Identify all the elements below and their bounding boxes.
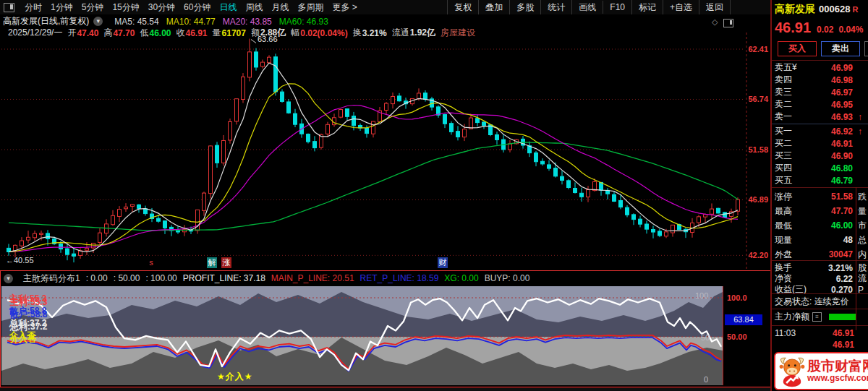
tab-30分钟[interactable]: 30分钟	[144, 1, 179, 14]
quote-level-row: 卖五¥46.99	[772, 61, 868, 74]
main-net-flow-row: 主力净额 ≡	[775, 311, 856, 323]
quote-level-row: 卖四46.98	[772, 74, 868, 86]
chevron-down-icon[interactable]: ▾	[4, 274, 13, 283]
action-F10[interactable]: F10	[603, 1, 631, 14]
candle-body	[59, 244, 63, 249]
period-menubar: 分时1分钟5分钟15分钟30分钟60分钟日线周线月线多周期更多 > 复权叠加多股…	[0, 0, 771, 15]
ma5-line	[9, 63, 738, 252]
event-marker-解[interactable]: 解	[207, 257, 217, 268]
peak-price-annotation: 63.66	[258, 35, 278, 43]
candle-body	[307, 134, 310, 142]
candle-body	[326, 124, 330, 134]
candle-body	[281, 92, 284, 101]
indicator-axis-100: 100.0	[727, 293, 747, 302]
stat-row: 涨停51.58跌	[772, 189, 868, 204]
tab-更多 >[interactable]: 更多 >	[328, 1, 361, 14]
candle-body	[632, 215, 636, 220]
chevron-down-icon[interactable]: ▾	[93, 17, 103, 26]
event-marker-财[interactable]: 财	[438, 257, 448, 268]
indicator-pane[interactable]: ▾ 主散筹码分布1: 0.00: 50.00: 100.00PROFIT_LIN…	[0, 270, 771, 387]
tab-月线[interactable]: 月线	[267, 1, 293, 14]
level-label: 买四	[775, 162, 792, 174]
candle-body	[203, 193, 206, 210]
price-block: 46.91 0.02 0.04%	[775, 20, 863, 36]
candle-body	[476, 119, 480, 123]
level-label: 卖五¥	[775, 61, 797, 74]
candle-body	[216, 145, 219, 163]
tab-15分钟[interactable]: 15分钟	[108, 1, 143, 14]
event-marker-s[interactable]: s	[146, 257, 156, 268]
candle-body	[352, 116, 356, 126]
diamond-icon[interactable]: ◇	[712, 17, 718, 27]
tab-日线[interactable]: 日线	[215, 1, 241, 14]
candle-body	[235, 99, 239, 121]
action-返回[interactable]: 返回	[699, 0, 731, 15]
candle-body	[626, 207, 629, 215]
candle-body	[697, 217, 701, 223]
candle-body	[567, 181, 571, 188]
candle-body	[561, 176, 564, 180]
stat-value: 48	[843, 235, 853, 245]
main-candlestick-chart[interactable]	[0, 33, 771, 269]
split-window-icon[interactable]	[723, 19, 733, 27]
bull-logo-icon	[777, 354, 807, 388]
quote-level-row: 买一46.92↑	[772, 125, 868, 137]
candle-body	[242, 77, 245, 99]
action-多股[interactable]: 多股	[509, 0, 540, 15]
candle-body	[365, 128, 369, 133]
site-logo-card[interactable]: 股市财富网 www.gscfw.com	[774, 352, 868, 390]
level-label: 卖四	[775, 74, 792, 86]
stat-value: 46.00	[831, 220, 853, 231]
indicator-header-part: PROFIT_LINE: 37.18	[183, 273, 265, 283]
candle-body	[535, 152, 538, 161]
tick-time: 11:03	[775, 328, 796, 338]
stat-row: 换手3.21%股	[772, 262, 868, 273]
action-画线[interactable]: 画线	[571, 0, 603, 15]
candle-body	[450, 124, 454, 132]
indicator-chart[interactable]	[1, 286, 723, 385]
tab-1分钟[interactable]: 1分钟	[46, 1, 77, 14]
stat-value: 47.70	[831, 206, 853, 216]
stat-row: 净资6.22流	[772, 273, 868, 284]
time-axis-strip	[0, 387, 771, 391]
sell-button[interactable]: 卖出	[821, 41, 860, 56]
window-layout-icon[interactable]	[4, 3, 14, 12]
tick-row: 11:0346.91	[775, 328, 854, 338]
stat-next-column-cut: 量	[858, 205, 867, 218]
tab-周线[interactable]: 周线	[241, 1, 267, 14]
margin-flag: R	[852, 5, 858, 14]
action-复权[interactable]: 复权	[447, 0, 478, 15]
level-price: 46.80	[831, 163, 853, 173]
tab-60分钟[interactable]: 60分钟	[179, 1, 215, 14]
buy-button[interactable]: 买入	[778, 41, 817, 56]
candle-body	[587, 190, 590, 197]
tab-多周期[interactable]: 多周期	[293, 1, 328, 14]
level-price: 46.99	[831, 63, 853, 73]
more-button-stub[interactable]	[864, 41, 868, 56]
candle-body	[137, 205, 141, 208]
stat-next-column-cut: 流	[858, 272, 867, 285]
candle-body	[85, 249, 89, 251]
stat-value: 30047	[829, 249, 853, 259]
candle-body	[33, 233, 37, 238]
tab-5分钟[interactable]: 5分钟	[77, 1, 109, 14]
main-net-label: 主力净额	[775, 311, 809, 323]
tab-分时[interactable]: 分时	[20, 1, 46, 14]
candle-body	[313, 142, 317, 148]
indicator-overlay-label: 散户:58.8	[9, 305, 46, 317]
trade-status: 交易状态: 连续竞价	[775, 296, 849, 308]
candle-body	[548, 165, 551, 168]
stat-value: 51.58	[831, 192, 853, 202]
action-叠加[interactable]: 叠加	[478, 0, 509, 15]
action-统计[interactable]: 统计	[540, 0, 571, 15]
up-arrow-icon: ↑	[858, 126, 862, 137]
event-marker-涨[interactable]: 涨	[221, 257, 231, 268]
tick-price: 46.91	[833, 340, 854, 350]
candle-body	[339, 110, 343, 118]
action-+自选[interactable]: +自选	[663, 0, 699, 15]
list-icon[interactable]: ≡	[812, 312, 822, 322]
action-标记[interactable]: 标记	[631, 0, 663, 15]
indicator-values: 主散筹码分布1: 0.00: 50.00: 100.00PROFIT_LINE:…	[17, 272, 529, 285]
ma-values: MA5: 45.54MA10: 44.77MA20: 43.85MA60: 46…	[107, 17, 328, 27]
candle-body	[665, 232, 668, 236]
